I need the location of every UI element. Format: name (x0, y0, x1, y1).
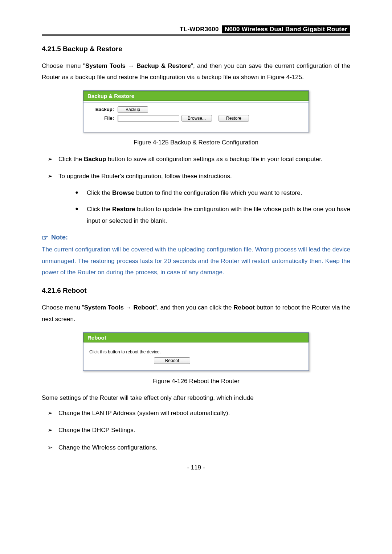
section1-intro: Choose menu "System Tools → Backup & Res… (42, 60, 350, 83)
text: Click the (87, 206, 112, 213)
page: TL-WDR3600 N600 Wireless Dual Band Gigab… (0, 0, 392, 493)
sub-list: Click the Browse button to find the conf… (58, 187, 350, 226)
browse-button[interactable]: Browse... (181, 115, 212, 122)
note-header: ☞ Note: (42, 233, 350, 242)
backup-restore-panel: Backup & Restore Backup: Backup File: Br… (83, 90, 309, 132)
panel-body: Backup: Backup File: Browse... Restore (83, 102, 309, 132)
reboot-button[interactable]: Reboot (154, 357, 190, 364)
instruction-list-2: Change the LAN IP Address (system will r… (42, 407, 350, 453)
header-divider (42, 34, 350, 36)
note-label: Note: (51, 234, 68, 241)
bold: System Tools → Reboot (84, 304, 155, 311)
text: button to save all configuration setting… (106, 156, 322, 163)
intro-text-a: Choose menu " (42, 62, 85, 69)
list-item: Change the Wireless configurations. (58, 442, 350, 453)
text: Click the (87, 189, 112, 196)
figure-caption-126: Figure 4-126 Reboot the Router (42, 378, 350, 385)
list-item: Click the Browse button to find the conf… (87, 187, 350, 198)
file-row: File: Browse... Restore (89, 115, 303, 122)
backup-button[interactable]: Backup (118, 106, 148, 113)
list-item: Change the LAN IP Address (system will r… (58, 407, 350, 419)
bold: Reboot (233, 304, 255, 311)
header-model: TL-WDR3600 (177, 25, 222, 33)
section2-intro: Choose menu "System Tools → Reboot", and… (42, 302, 350, 325)
reboot-panel: Reboot Click this button to reboot the d… (83, 332, 309, 371)
file-label: File: (89, 115, 114, 121)
backup-row: Backup: Backup (89, 106, 303, 113)
reboot-btn-row: Reboot (89, 357, 303, 364)
backup-label: Backup: (89, 107, 114, 112)
intro-bold: System Tools → Backup & Restore (85, 62, 191, 69)
restore-button[interactable]: Restore (219, 115, 249, 122)
text: button to find the configuration file wh… (134, 189, 302, 196)
page-number: - 119 - (42, 464, 350, 471)
file-input[interactable] (118, 115, 179, 122)
panel-body: Click this button to reboot the device. … (83, 344, 309, 370)
list-item: To upgrade the Router's configuration, f… (58, 171, 350, 226)
hand-point-icon: ☞ (42, 233, 48, 242)
text: Choose menu " (42, 304, 84, 311)
section-heading-reboot: 4.21.6 Reboot (42, 287, 350, 295)
header-row: TL-WDR3600 N600 Wireless Dual Band Gigab… (42, 25, 350, 33)
bold: Restore (112, 206, 135, 213)
list2-intro: Some settings of the Router will take ef… (42, 392, 350, 403)
text: ", and then you can click the (155, 304, 233, 311)
bold: Backup (84, 156, 106, 163)
panel-title: Reboot (83, 333, 309, 342)
text: Click the (58, 156, 84, 163)
reboot-hint: Click this button to reboot the device. (89, 349, 303, 354)
panel-title: Backup & Restore (83, 91, 309, 101)
section-heading-backup-restore: 4.21.5 Backup & Restore (42, 45, 350, 53)
bold: Browse (112, 189, 134, 196)
list-item: Change the DHCP Settings. (58, 424, 350, 436)
list-item: Click the Restore button to update the c… (87, 204, 350, 226)
instruction-list-1: Click the Backup button to save all conf… (42, 153, 350, 226)
list-item: Click the Backup button to save all conf… (58, 153, 350, 165)
figure-caption-125: Figure 4-125 Backup & Restore Configurat… (42, 139, 350, 146)
header-product: N600 Wireless Dual Band Gigabit Router (222, 25, 350, 33)
note-body: The current configuration will be covere… (42, 244, 350, 278)
text: To upgrade the Router's configuration, f… (58, 173, 232, 180)
